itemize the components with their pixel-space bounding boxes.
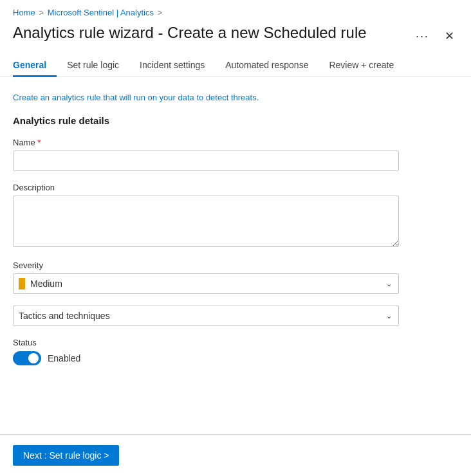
tab-review-create[interactable]: Review + create xyxy=(319,55,404,77)
breadcrumb-sentinel[interactable]: Microsoft Sentinel | Analytics xyxy=(48,8,154,17)
name-input[interactable] xyxy=(13,151,399,171)
severity-chevron-icon: ⌄ xyxy=(386,280,392,288)
severity-color-indicator xyxy=(19,278,25,289)
description-field-group: Description xyxy=(13,183,458,249)
name-required-star: * xyxy=(35,138,41,147)
severity-field-group: Severity Medium ⌄ xyxy=(13,261,458,294)
severity-selected-value: Medium xyxy=(30,279,62,289)
content-area: Create an analytics rule that will run o… xyxy=(0,77,471,428)
severity-label: Severity xyxy=(13,261,458,270)
toggle-row: Enabled xyxy=(13,351,458,365)
enabled-toggle[interactable] xyxy=(13,351,41,365)
toggle-thumb xyxy=(28,353,39,363)
page-title: Analytics rule wizard - Create a new Sch… xyxy=(13,24,412,42)
tactics-dropdown[interactable]: Tactics and techniques ⌄ xyxy=(13,306,399,326)
description-textarea[interactable] xyxy=(13,196,399,247)
breadcrumb-separator-1: > xyxy=(39,8,44,17)
breadcrumb: Home > Microsoft Sentinel | Analytics > xyxy=(0,0,471,21)
status-field-group: Status Enabled xyxy=(13,338,458,365)
footer: Next : Set rule logic > xyxy=(0,434,471,476)
severity-select-wrapper: Medium ⌄ xyxy=(13,273,399,294)
more-options-button[interactable]: ··· xyxy=(412,28,433,44)
tabs-container: General Set rule logic Incident settings… xyxy=(0,55,471,77)
section-title: Analytics rule details xyxy=(13,115,458,126)
page-header: Analytics rule wizard - Create a new Sch… xyxy=(0,21,471,55)
header-actions: ··· ✕ xyxy=(412,24,458,44)
tab-set-rule-logic[interactable]: Set rule logic xyxy=(57,55,129,77)
toggle-label: Enabled xyxy=(48,353,80,363)
description-label: Description xyxy=(13,183,458,192)
status-label: Status xyxy=(13,338,458,347)
tab-general[interactable]: General xyxy=(13,55,57,77)
breadcrumb-separator-2: > xyxy=(158,8,162,17)
tactics-select-wrapper: Tactics and techniques ⌄ xyxy=(13,306,399,326)
breadcrumb-home[interactable]: Home xyxy=(13,8,35,17)
tab-incident-settings[interactable]: Incident settings xyxy=(129,55,215,77)
name-label: Name * xyxy=(13,138,458,147)
tactics-field-group: Tactics and techniques ⌄ xyxy=(13,306,458,326)
tactics-placeholder-text: Tactics and techniques xyxy=(19,311,110,321)
tactics-chevron-icon: ⌄ xyxy=(386,312,392,320)
severity-dropdown[interactable]: Medium ⌄ xyxy=(13,273,399,294)
intro-text: Create an analytics rule that will run o… xyxy=(13,93,458,102)
page-container: Home > Microsoft Sentinel | Analytics > … xyxy=(0,0,471,476)
tab-automated-response[interactable]: Automated response xyxy=(215,55,319,77)
toggle-track xyxy=(13,351,41,365)
next-button[interactable]: Next : Set rule logic > xyxy=(13,445,119,466)
name-field-group: Name * xyxy=(13,138,458,171)
close-button[interactable]: ✕ xyxy=(441,28,458,44)
